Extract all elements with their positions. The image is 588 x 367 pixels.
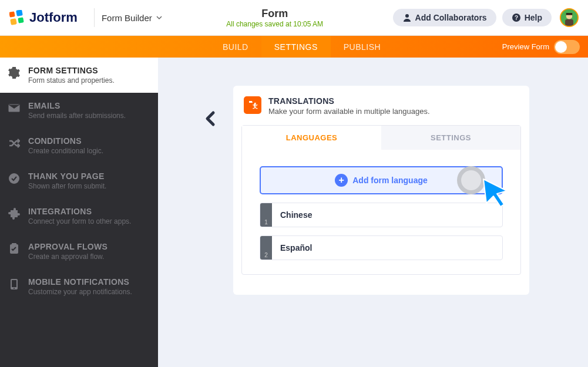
sidebar-item-form-settings[interactable]: FORM SETTINGS Form status and properties… [0,58,158,93]
sidebar-item-thank-you[interactable]: THANK YOU PAGE Shown after form submit. [0,163,158,198]
mail-icon [8,102,20,114]
puzzle-icon [8,208,20,220]
help-label: Help [525,13,542,22]
preview-form-label: Preview Form [502,42,549,51]
add-form-language-button[interactable]: + Add form language [260,166,503,194]
plus-circle-icon: + [335,174,348,187]
tab-languages[interactable]: LANGUAGES [242,126,381,150]
side-title: CONDITIONS [28,136,147,146]
tab-settings[interactable]: SETTINGS [261,36,331,58]
clipboard-check-icon [8,243,20,255]
header-center: Form All changes saved at 10:05 AM [163,8,387,28]
toggle-knob [555,41,567,53]
svg-point-4 [405,14,409,18]
side-desc: Form status and properties. [28,76,147,85]
lang-index: 1 [264,219,268,225]
svg-point-16 [14,288,15,289]
user-avatar[interactable] [560,8,579,27]
svg-rect-13 [12,243,16,245]
svg-rect-9 [565,19,573,26]
side-desc: Shown after form submit. [28,182,147,190]
svg-rect-2 [10,18,17,25]
logo-icon [9,10,25,25]
side-title: THANK YOU PAGE [28,171,147,181]
shuffle-icon [8,137,20,149]
side-title: APPROVAL FLOWS [28,242,147,251]
mobile-icon [8,278,20,290]
side-title: EMAILS [28,101,147,110]
help-button[interactable]: ? Help [502,9,552,26]
lang-index: 2 [264,252,268,258]
chevron-down-icon [156,14,163,21]
sidebar-item-conditions[interactable]: CONDITIONS Create conditional logic. [0,128,158,163]
panel-desc: Make your form available in multiple lan… [268,107,430,116]
language-item-1[interactable]: 1 Chinese [260,203,503,227]
panel-title: TRANSLATIONS [268,96,430,106]
settings-sidebar: FORM SETTINGS Form status and properties… [0,58,158,367]
lang-name: Chinese [272,203,502,227]
svg-text:?: ? [515,15,518,21]
click-highlight [457,166,485,194]
side-desc: Create an approval flow. [28,252,147,261]
navbar: BUILD SETTINGS PUBLISH Preview Form [0,36,588,58]
chevron-left-icon [205,110,216,127]
check-circle-icon [8,173,20,184]
brand-name: Jotform [29,10,78,25]
sidebar-item-emails[interactable]: EMAILS Send emails after submissions. [0,93,158,128]
sidebar-item-approval-flows[interactable]: APPROVAL FLOWS Create an approval flow. [0,234,158,269]
save-status: All changes saved at 10:05 AM [226,20,323,28]
svg-rect-10 [566,13,573,15]
svg-text:文A: 文A [252,103,258,109]
main: FORM SETTINGS Form status and properties… [0,58,588,367]
sidebar-item-mobile-notifications[interactable]: MOBILE NOTIFICATIONS Customize your app … [0,269,158,304]
nav-items: BUILD SETTINGS PUBLISH [210,36,394,58]
sidebar-item-integrations[interactable]: INTEGRATIONS Connect your form to other … [0,198,158,234]
side-title: MOBILE NOTIFICATIONS [28,277,147,287]
preview-form-toggle[interactable] [554,40,580,54]
side-desc: Create conditional logic. [28,147,147,155]
avatar-image [561,8,577,27]
gear-icon [8,67,20,79]
drag-handle[interactable]: 1 [260,203,272,227]
svg-rect-0 [9,11,15,17]
subpanel-tabs: LANGUAGES SETTINGS [242,126,520,150]
side-desc: Send emails after submissions. [28,112,147,120]
divider [94,8,95,27]
tab-content: + Add form language 1 Chinese 2 Españo [242,150,520,274]
help-icon: ? [512,13,521,22]
add-collaborators-button[interactable]: Add Collaborators [393,9,496,26]
lang-name: Español [272,236,502,260]
side-title: INTEGRATIONS [28,207,147,216]
form-title[interactable]: Form [261,8,288,20]
drag-handle[interactable]: 2 [260,236,272,260]
topbar: Jotform Form Builder Form All changes sa… [0,0,588,36]
language-item-2[interactable]: 2 Español [260,235,503,260]
form-builder-dropdown[interactable]: Form Builder [102,13,163,23]
translate-icon: 文A [244,96,261,114]
brand-logo[interactable]: Jotform [9,10,78,25]
side-desc: Customize your app notifications. [28,288,147,296]
translations-panel: 文A TRANSLATIONS Make your form available… [233,86,529,295]
tab-build[interactable]: BUILD [210,36,261,58]
svg-point-11 [9,173,19,184]
side-title: FORM SETTINGS [28,66,147,75]
tab-publish[interactable]: PUBLISH [331,36,394,58]
form-builder-label: Form Builder [102,13,152,23]
tab-translation-settings[interactable]: SETTINGS [381,126,520,150]
panel-header: 文A TRANSLATIONS Make your form available… [241,94,521,122]
svg-rect-15 [12,280,16,287]
add-lang-label: Add form language [352,176,428,185]
svg-rect-3 [18,17,23,23]
svg-rect-1 [16,10,23,16]
person-add-icon [402,13,412,22]
translations-subpanel: LANGUAGES SETTINGS + Add form language 1… [241,125,521,275]
content-area: 文A TRANSLATIONS Make your form available… [158,58,588,367]
back-button[interactable] [205,110,216,129]
side-desc: Connect your form to other apps. [28,217,147,225]
add-collab-label: Add Collaborators [415,13,487,22]
